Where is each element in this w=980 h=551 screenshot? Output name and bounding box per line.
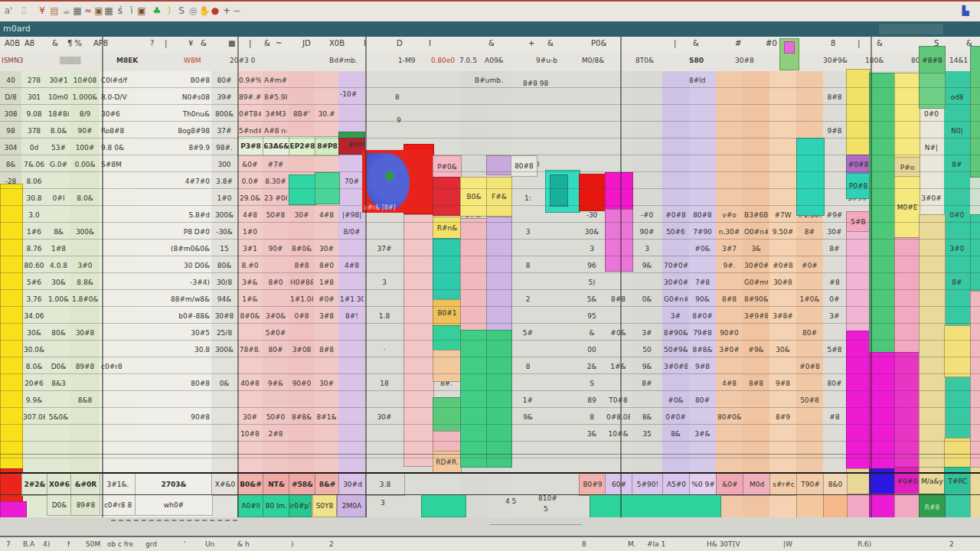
cell-block[interactable]: Gr0#p's xyxy=(289,494,312,517)
column-header[interactable]: ~ xyxy=(276,39,282,47)
header-cell[interactable]: M8EK xyxy=(116,57,138,64)
grid-column[interactable] xyxy=(545,71,580,517)
folder-icon[interactable]: ▣ xyxy=(135,4,149,18)
column-header[interactable]: + xyxy=(528,39,534,47)
embedded-pie-chart[interactable]: a#r& [8#] xyxy=(362,150,433,213)
cell-block[interactable] xyxy=(460,330,488,468)
cell-block[interactable]: s#r#c xyxy=(769,472,798,496)
cell-block[interactable]: #8#8 xyxy=(919,46,946,74)
header-cell[interactable]: A09& xyxy=(485,57,504,64)
cell-block[interactable]: 2M0A xyxy=(337,494,367,517)
cell-block[interactable] xyxy=(315,172,340,204)
cell-block[interactable]: R#8 xyxy=(919,494,946,520)
cell-block[interactable]: 89#8 xyxy=(70,494,101,516)
cell-block[interactable] xyxy=(784,41,795,54)
cell-block[interactable] xyxy=(846,331,871,470)
column-header[interactable]: ▩ xyxy=(228,39,235,47)
cell-block[interactable]: RD#R. xyxy=(433,451,462,474)
cell-block[interactable] xyxy=(0,184,23,470)
cell-block[interactable] xyxy=(846,69,871,156)
column-header[interactable]: ? xyxy=(150,39,154,47)
cell-block[interactable]: X#&0 xyxy=(211,472,239,496)
cell-block[interactable] xyxy=(869,494,896,520)
cell-block[interactable]: P3#8 xyxy=(237,136,264,156)
header-cell[interactable]: ISMN3 xyxy=(2,57,24,64)
grid-column[interactable] xyxy=(605,71,632,517)
cell-block[interactable]: M0d xyxy=(743,472,771,496)
grid-column[interactable] xyxy=(211,71,238,517)
cell-block[interactable]: B0#1 xyxy=(433,299,462,327)
header-cell[interactable]: 30#9& xyxy=(823,57,848,64)
cell-block[interactable] xyxy=(846,468,871,495)
cell-block[interactable]: T#RC xyxy=(944,467,972,495)
header-cell[interactable]: 0.80e0 xyxy=(431,57,455,64)
cell-block[interactable] xyxy=(550,174,568,207)
header-cell[interactable]: Bd#mb. xyxy=(329,57,358,64)
cell-block[interactable] xyxy=(433,350,462,382)
column-header[interactable]: ¥ xyxy=(188,39,193,47)
cell-block[interactable]: M0#E xyxy=(894,176,920,239)
cell-block[interactable] xyxy=(970,467,980,522)
column-header[interactable]: | xyxy=(165,39,167,47)
column-header[interactable]: ¶ % xyxy=(67,39,82,47)
cell-block[interactable]: P#0& xyxy=(433,155,462,178)
column-header[interactable]: # xyxy=(735,39,741,47)
cell-block[interactable] xyxy=(869,73,896,354)
grid-column[interactable] xyxy=(662,71,690,517)
cell-block[interactable] xyxy=(486,330,512,468)
cell-block[interactable] xyxy=(894,73,920,158)
cell-block[interactable] xyxy=(433,325,462,351)
cell-block[interactable]: F#& xyxy=(486,177,512,217)
cell-block[interactable] xyxy=(944,325,972,377)
header-cell[interactable]: 14&1 xyxy=(949,57,968,64)
cell-block[interactable]: S0Y8 xyxy=(312,494,337,517)
cell-block[interactable] xyxy=(944,438,972,468)
column-header[interactable]: & xyxy=(52,39,58,47)
header-cell[interactable]: S80 xyxy=(689,57,704,64)
cell-block[interactable] xyxy=(0,468,23,503)
cell-block[interactable] xyxy=(486,155,512,175)
grid-column[interactable] xyxy=(716,71,743,517)
column-header[interactable]: & xyxy=(488,39,495,47)
header-cell[interactable]: 8T0& xyxy=(635,57,654,64)
column-header[interactable]: JD xyxy=(302,39,311,47)
cell-block[interactable] xyxy=(289,174,316,205)
grid-column[interactable] xyxy=(365,71,404,517)
cell-block[interactable]: NT& xyxy=(263,472,290,496)
cell-block[interactable] xyxy=(970,214,980,292)
cell-block[interactable]: 63A6& xyxy=(263,136,290,156)
header-cell[interactable]: 9#u-b xyxy=(536,57,557,64)
cell-block[interactable]: D0& xyxy=(47,494,72,516)
cell-block[interactable] xyxy=(433,397,462,432)
cell-block[interactable]: 60# xyxy=(605,472,633,496)
grid-column[interactable] xyxy=(511,71,546,517)
grid-column[interactable] xyxy=(579,71,606,517)
cell-block[interactable]: 2703& xyxy=(135,472,213,496)
grid-column[interactable] xyxy=(689,71,717,517)
cell-block[interactable]: wh0# xyxy=(135,494,213,516)
cell-block[interactable]: 8&0 xyxy=(823,472,848,496)
cell-block[interactable] xyxy=(846,494,871,520)
column-header[interactable]: | xyxy=(858,39,860,47)
cell-block[interactable] xyxy=(605,172,633,210)
cell-block[interactable] xyxy=(421,494,466,517)
cell-block[interactable] xyxy=(894,352,920,468)
cell-block[interactable] xyxy=(796,494,825,519)
column-header[interactable]: A0B xyxy=(5,39,20,47)
cell-block[interactable]: B0& xyxy=(460,177,488,217)
column-header[interactable]: & xyxy=(877,39,883,47)
cell-block[interactable] xyxy=(433,177,462,216)
cell-block[interactable]: B0&# xyxy=(237,472,264,496)
cell-block[interactable]: M/a&y xyxy=(919,467,946,495)
column-header[interactable]: A8 xyxy=(24,39,34,47)
cell-block[interactable] xyxy=(894,237,920,354)
cell-block[interactable]: 80 lm. xyxy=(263,494,290,517)
cell-block[interactable]: P#o xyxy=(894,157,920,178)
cell-block[interactable]: 8#P8 xyxy=(315,136,340,156)
grid-column[interactable] xyxy=(100,71,136,517)
column-header[interactable]: I xyxy=(364,39,366,47)
grid-column[interactable] xyxy=(743,71,770,517)
zoom-out-icon[interactable]: − xyxy=(230,4,243,18)
cell-block[interactable]: 3#1&. xyxy=(100,472,136,496)
cell-block[interactable] xyxy=(869,352,896,470)
